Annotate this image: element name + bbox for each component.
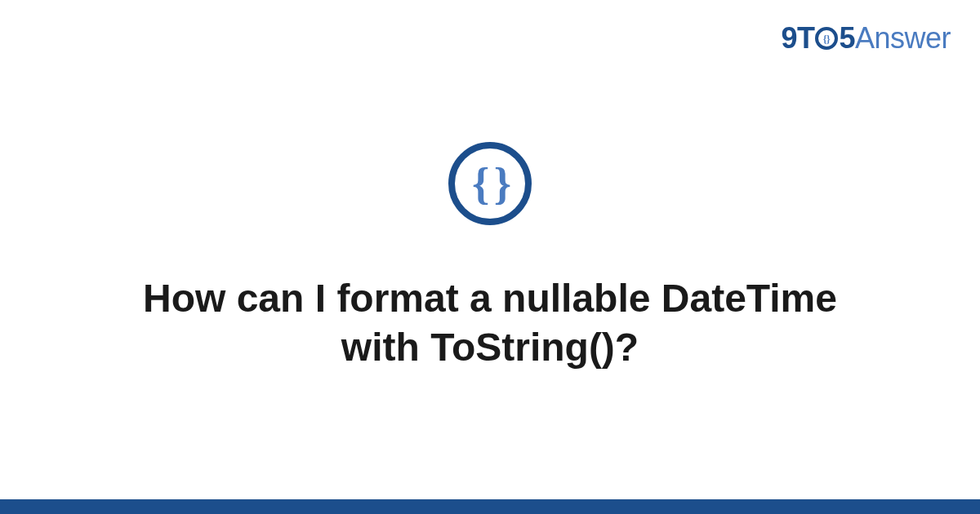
braces-icon: { } bbox=[472, 162, 508, 206]
footer-bar bbox=[0, 499, 980, 514]
main-content: { } How can I format a nullable DateTime… bbox=[0, 0, 980, 514]
logo-circle-icon: { } bbox=[448, 142, 532, 225]
page-title: How can I format a nullable DateTime wit… bbox=[122, 274, 858, 372]
